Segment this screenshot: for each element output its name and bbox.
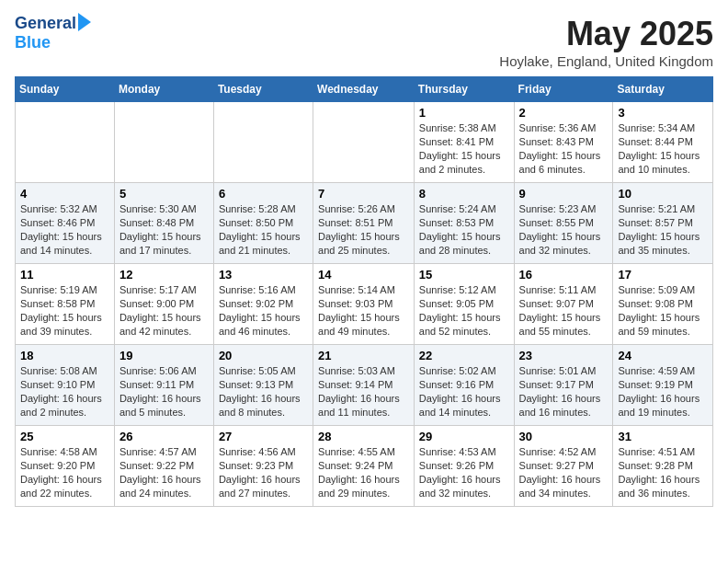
day-number: 19 <box>119 349 209 362</box>
day-content: Sunrise: 5:36 AM Sunset: 8:43 PM Dayligh… <box>519 121 609 176</box>
calendar-week-2: 4Sunrise: 5:32 AM Sunset: 8:46 PM Daylig… <box>16 183 713 264</box>
day-content: Sunrise: 5:14 AM Sunset: 9:03 PM Dayligh… <box>318 283 409 338</box>
calendar-cell <box>16 102 115 183</box>
day-number: 7 <box>318 187 409 201</box>
calendar-cell: 14Sunrise: 5:14 AM Sunset: 9:03 PM Dayli… <box>313 264 415 345</box>
calendar-cell: 1Sunrise: 5:38 AM Sunset: 8:41 PM Daylig… <box>414 102 514 183</box>
calendar-cell: 27Sunrise: 4:56 AM Sunset: 9:23 PM Dayli… <box>213 426 313 507</box>
day-number: 26 <box>119 430 209 443</box>
day-number: 18 <box>20 349 109 362</box>
weekday-header-saturday: Saturday <box>613 77 713 102</box>
day-content: Sunrise: 5:30 AM Sunset: 8:48 PM Dayligh… <box>119 202 209 257</box>
day-content: Sunrise: 5:05 AM Sunset: 9:13 PM Dayligh… <box>219 364 308 419</box>
day-number: 12 <box>119 268 209 282</box>
day-content: Sunrise: 5:03 AM Sunset: 9:14 PM Dayligh… <box>318 364 409 419</box>
calendar-table: SundayMondayTuesdayWednesdayThursdayFrid… <box>15 76 713 507</box>
calendar-cell: 11Sunrise: 5:19 AM Sunset: 8:58 PM Dayli… <box>16 264 115 345</box>
day-number: 9 <box>519 187 609 201</box>
day-number: 20 <box>219 349 308 362</box>
calendar-cell: 12Sunrise: 5:17 AM Sunset: 9:00 PM Dayli… <box>114 264 213 345</box>
calendar-cell: 15Sunrise: 5:12 AM Sunset: 9:05 PM Dayli… <box>414 264 514 345</box>
calendar-cell: 7Sunrise: 5:26 AM Sunset: 8:51 PM Daylig… <box>313 183 415 264</box>
day-content: Sunrise: 5:02 AM Sunset: 9:16 PM Dayligh… <box>419 364 509 419</box>
logo: General Blue <box>15 15 91 52</box>
day-content: Sunrise: 5:17 AM Sunset: 9:00 PM Dayligh… <box>119 283 209 338</box>
calendar-cell: 21Sunrise: 5:03 AM Sunset: 9:14 PM Dayli… <box>313 345 415 426</box>
weekday-header-tuesday: Tuesday <box>213 77 313 102</box>
calendar-cell: 26Sunrise: 4:57 AM Sunset: 9:22 PM Dayli… <box>114 426 213 507</box>
weekday-header-monday: Monday <box>114 77 213 102</box>
calendar-cell: 10Sunrise: 5:21 AM Sunset: 8:57 PM Dayli… <box>613 183 713 264</box>
calendar-cell: 28Sunrise: 4:55 AM Sunset: 9:24 PM Dayli… <box>313 426 415 507</box>
calendar-cell: 25Sunrise: 4:58 AM Sunset: 9:20 PM Dayli… <box>16 426 115 507</box>
day-number: 25 <box>20 430 109 443</box>
calendar-cell: 24Sunrise: 4:59 AM Sunset: 9:19 PM Dayli… <box>613 345 713 426</box>
calendar-cell: 9Sunrise: 5:23 AM Sunset: 8:55 PM Daylig… <box>514 183 613 264</box>
calendar-cell: 4Sunrise: 5:32 AM Sunset: 8:46 PM Daylig… <box>16 183 115 264</box>
day-number: 17 <box>618 268 708 282</box>
calendar-cell: 18Sunrise: 5:08 AM Sunset: 9:10 PM Dayli… <box>16 345 115 426</box>
calendar-cell: 8Sunrise: 5:24 AM Sunset: 8:53 PM Daylig… <box>414 183 514 264</box>
day-number: 29 <box>419 430 509 443</box>
day-number: 22 <box>419 349 509 362</box>
day-content: Sunrise: 4:53 AM Sunset: 9:26 PM Dayligh… <box>419 445 509 500</box>
calendar-week-3: 11Sunrise: 5:19 AM Sunset: 8:58 PM Dayli… <box>16 264 713 345</box>
calendar-cell: 19Sunrise: 5:06 AM Sunset: 9:11 PM Dayli… <box>114 345 213 426</box>
day-content: Sunrise: 5:16 AM Sunset: 9:02 PM Dayligh… <box>219 283 308 338</box>
day-content: Sunrise: 4:57 AM Sunset: 9:22 PM Dayligh… <box>119 445 209 500</box>
logo-blue: Blue <box>15 33 51 52</box>
weekday-header-friday: Friday <box>514 77 613 102</box>
day-number: 31 <box>618 430 708 443</box>
day-content: Sunrise: 5:23 AM Sunset: 8:55 PM Dayligh… <box>519 202 609 257</box>
day-number: 11 <box>20 268 109 282</box>
day-number: 3 <box>618 106 708 120</box>
day-content: Sunrise: 5:12 AM Sunset: 9:05 PM Dayligh… <box>419 283 509 338</box>
calendar-cell: 29Sunrise: 4:53 AM Sunset: 9:26 PM Dayli… <box>414 426 514 507</box>
day-number: 23 <box>519 349 609 362</box>
logo-text: General <box>15 15 76 33</box>
day-number: 27 <box>219 430 308 443</box>
title-block: May 2025 Hoylake, England, United Kingdo… <box>499 15 713 69</box>
calendar-cell: 2Sunrise: 5:36 AM Sunset: 8:43 PM Daylig… <box>514 102 613 183</box>
day-content: Sunrise: 5:21 AM Sunset: 8:57 PM Dayligh… <box>618 202 708 257</box>
day-content: Sunrise: 4:58 AM Sunset: 9:20 PM Dayligh… <box>20 445 109 500</box>
day-content: Sunrise: 5:24 AM Sunset: 8:53 PM Dayligh… <box>419 202 509 257</box>
calendar-cell <box>213 102 313 183</box>
day-number: 5 <box>119 187 209 201</box>
day-content: Sunrise: 5:28 AM Sunset: 8:50 PM Dayligh… <box>219 202 308 257</box>
day-content: Sunrise: 5:09 AM Sunset: 9:08 PM Dayligh… <box>618 283 708 338</box>
calendar-cell: 22Sunrise: 5:02 AM Sunset: 9:16 PM Dayli… <box>414 345 514 426</box>
location: Hoylake, England, United Kingdom <box>499 53 713 69</box>
calendar-cell <box>313 102 415 183</box>
calendar-cell: 30Sunrise: 4:52 AM Sunset: 9:27 PM Dayli… <box>514 426 613 507</box>
day-content: Sunrise: 5:34 AM Sunset: 8:44 PM Dayligh… <box>618 121 708 176</box>
logo-arrow-icon <box>78 13 91 31</box>
day-number: 21 <box>318 349 409 362</box>
day-number: 28 <box>318 430 409 443</box>
day-content: Sunrise: 4:56 AM Sunset: 9:23 PM Dayligh… <box>219 445 308 500</box>
calendar-cell: 5Sunrise: 5:30 AM Sunset: 8:48 PM Daylig… <box>114 183 213 264</box>
day-number: 13 <box>219 268 308 282</box>
calendar-week-5: 25Sunrise: 4:58 AM Sunset: 9:20 PM Dayli… <box>16 426 713 507</box>
day-content: Sunrise: 5:26 AM Sunset: 8:51 PM Dayligh… <box>318 202 409 257</box>
day-content: Sunrise: 5:08 AM Sunset: 9:10 PM Dayligh… <box>20 364 109 419</box>
day-content: Sunrise: 5:38 AM Sunset: 8:41 PM Dayligh… <box>419 121 509 176</box>
day-number: 14 <box>318 268 409 282</box>
day-number: 8 <box>419 187 509 201</box>
calendar-cell: 23Sunrise: 5:01 AM Sunset: 9:17 PM Dayli… <box>514 345 613 426</box>
day-content: Sunrise: 5:32 AM Sunset: 8:46 PM Dayligh… <box>20 202 109 257</box>
calendar-cell: 17Sunrise: 5:09 AM Sunset: 9:08 PM Dayli… <box>613 264 713 345</box>
calendar-cell: 6Sunrise: 5:28 AM Sunset: 8:50 PM Daylig… <box>213 183 313 264</box>
day-content: Sunrise: 4:51 AM Sunset: 9:28 PM Dayligh… <box>618 445 708 500</box>
day-number: 16 <box>519 268 609 282</box>
day-content: Sunrise: 5:01 AM Sunset: 9:17 PM Dayligh… <box>519 364 609 419</box>
day-content: Sunrise: 5:06 AM Sunset: 9:11 PM Dayligh… <box>119 364 209 419</box>
weekday-header-row: SundayMondayTuesdayWednesdayThursdayFrid… <box>16 77 713 102</box>
day-content: Sunrise: 4:59 AM Sunset: 9:19 PM Dayligh… <box>618 364 708 419</box>
day-number: 10 <box>618 187 708 201</box>
calendar-cell: 31Sunrise: 4:51 AM Sunset: 9:28 PM Dayli… <box>613 426 713 507</box>
day-number: 1 <box>419 106 509 120</box>
month-title: May 2025 <box>499 15 713 53</box>
day-number: 4 <box>20 187 109 201</box>
calendar-cell: 16Sunrise: 5:11 AM Sunset: 9:07 PM Dayli… <box>514 264 613 345</box>
